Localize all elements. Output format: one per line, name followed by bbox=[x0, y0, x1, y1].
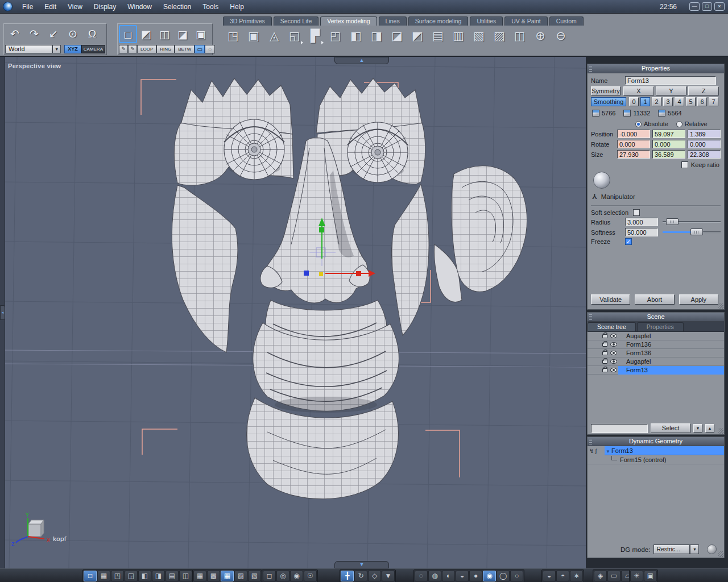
menu-item[interactable]: Tools bbox=[198, 1, 223, 13]
scene-item-row[interactable]: Augapfel bbox=[588, 357, 724, 366]
minimize-button[interactable]: — bbox=[689, 2, 700, 11]
menu-item[interactable]: Window bbox=[123, 1, 156, 13]
ribbon-tab[interactable]: Lines bbox=[379, 16, 407, 26]
bottom-collapse-handle[interactable]: ▼ bbox=[334, 561, 389, 568]
camera-mode-button[interactable]: CAMERA bbox=[81, 45, 105, 53]
smoothing-button[interactable]: Smoothing bbox=[591, 97, 626, 106]
smoothing-level-button[interactable]: 3 bbox=[663, 97, 673, 106]
panel-resize-grip[interactable] bbox=[718, 303, 723, 309]
transform-y-input[interactable] bbox=[652, 130, 685, 138]
soft-selection-checkbox[interactable] bbox=[633, 209, 640, 216]
expander-icon[interactable]: ▼ bbox=[606, 449, 610, 454]
visibility-eye-icon[interactable] bbox=[610, 342, 617, 347]
panel-resize-grip[interactable] bbox=[718, 551, 723, 557]
properties-panel-title[interactable]: Properties bbox=[588, 64, 724, 73]
dg-root-item[interactable]: ▼Form13 bbox=[605, 446, 724, 455]
close-button[interactable]: × bbox=[714, 2, 725, 11]
scene-item-row[interactable]: Form136 bbox=[588, 349, 724, 357]
softness-slider[interactable] bbox=[663, 231, 721, 233]
visibility-eye-icon[interactable] bbox=[610, 359, 617, 364]
ring-select-button[interactable]: RING bbox=[156, 45, 175, 53]
menu-item[interactable]: File bbox=[18, 1, 38, 13]
lock-icon[interactable] bbox=[602, 343, 607, 347]
transform-z-input[interactable] bbox=[688, 150, 721, 159]
visibility-eye-icon[interactable] bbox=[610, 334, 617, 338]
name-input[interactable] bbox=[625, 76, 716, 85]
action-button[interactable]: Validate bbox=[591, 294, 630, 305]
ribbon-tab[interactable]: Utilities bbox=[470, 16, 503, 26]
softness-input[interactable] bbox=[625, 228, 658, 236]
transform-z-input[interactable] bbox=[688, 130, 721, 138]
smoothing-level-button[interactable]: 7 bbox=[709, 97, 718, 106]
scene-item-name[interactable]: Form136 bbox=[618, 340, 724, 349]
transform-x-input[interactable] bbox=[617, 130, 650, 138]
dg-child-item[interactable]: Form15 (control) bbox=[620, 456, 666, 463]
absolute-radio[interactable]: Absolute bbox=[635, 120, 668, 127]
smoothing-level-button[interactable]: 5 bbox=[686, 97, 696, 106]
menu-item[interactable]: Selection bbox=[159, 1, 196, 13]
symmetry-axis-button[interactable]: Y bbox=[656, 86, 686, 95]
ribbon-tab[interactable]: Surface modeling bbox=[408, 16, 469, 26]
smoothing-level-button[interactable]: 2 bbox=[652, 97, 661, 106]
menu-item[interactable]: View bbox=[63, 1, 87, 13]
lock-icon[interactable] bbox=[602, 368, 607, 372]
dg-lightning-icon[interactable]: ↯ bbox=[589, 448, 594, 454]
symmetry-button[interactable]: Symmetry bbox=[591, 86, 621, 95]
action-button[interactable]: Apply bbox=[679, 294, 718, 305]
scene-filter-input[interactable] bbox=[591, 424, 648, 433]
lock-icon[interactable] bbox=[602, 351, 607, 355]
action-button[interactable]: Abort bbox=[635, 294, 674, 305]
radius-input[interactable] bbox=[625, 218, 658, 226]
world-space-dropdown[interactable]: World bbox=[5, 45, 52, 53]
radius-slider[interactable] bbox=[663, 221, 721, 223]
transform-y-input[interactable] bbox=[652, 140, 685, 148]
smoothing-level-button[interactable]: 0 bbox=[629, 97, 639, 106]
freeze-checkbox[interactable]: ✓ bbox=[625, 238, 632, 245]
scene-item-row[interactable]: Form13 bbox=[588, 366, 724, 375]
dg-curve-icon[interactable]: ∫ bbox=[595, 448, 597, 454]
scroll-down-icon[interactable]: ▼ bbox=[693, 424, 702, 433]
scroll-up-icon[interactable]: ▲ bbox=[705, 424, 714, 433]
dg-mode-dropdown[interactable]: Restric... bbox=[653, 544, 690, 554]
smoothing-level-button[interactable]: 4 bbox=[675, 97, 684, 106]
scene-item-name[interactable]: Form13 bbox=[618, 366, 724, 375]
scene-panel-tab[interactable]: Properties bbox=[637, 322, 684, 331]
visibility-eye-icon[interactable] bbox=[610, 368, 617, 372]
symmetry-axis-button[interactable]: X bbox=[623, 86, 654, 95]
relative-radio[interactable]: Relative bbox=[676, 120, 708, 127]
menu-item[interactable]: Help bbox=[225, 1, 249, 13]
select-button[interactable]: Select bbox=[651, 423, 690, 433]
visibility-eye-icon[interactable] bbox=[610, 351, 617, 355]
scene-item-row[interactable]: Augapfel bbox=[588, 332, 724, 340]
viewport-canvas[interactable]: Perspective view ◂ ▲ ▼ bbox=[0, 57, 586, 568]
loop-select-button[interactable]: LOOP bbox=[137, 45, 156, 53]
maximize-button[interactable]: □ bbox=[702, 2, 712, 11]
transform-x-input[interactable] bbox=[617, 150, 650, 159]
radius-slider-handle[interactable] bbox=[666, 218, 679, 225]
transform-z-input[interactable] bbox=[688, 140, 721, 148]
menu-item[interactable]: Display bbox=[89, 1, 121, 13]
symmetry-axis-button[interactable]: Z bbox=[688, 86, 719, 95]
panel-resize-grip[interactable] bbox=[718, 428, 723, 434]
transform-y-input[interactable] bbox=[652, 150, 685, 159]
ribbon-tab[interactable]: Second Life bbox=[274, 16, 318, 26]
left-collapse-handle[interactable]: ◂ bbox=[0, 305, 5, 320]
menu-item[interactable]: Edit bbox=[40, 1, 61, 13]
dg-mode-dropdown-arrow-icon[interactable]: ▼ bbox=[690, 544, 699, 554]
lock-icon[interactable] bbox=[602, 360, 607, 364]
scene-panel-tab[interactable]: Scene tree bbox=[588, 322, 636, 331]
smoothing-level-button[interactable]: 6 bbox=[697, 97, 707, 106]
scene-item-name[interactable]: Form136 bbox=[618, 349, 724, 357]
scene-item-row[interactable]: Form136 bbox=[588, 340, 724, 349]
dynamic-geometry-panel-title[interactable]: Dynamic Geometry bbox=[588, 437, 724, 446]
smoothing-level-button[interactable]: 1 bbox=[640, 97, 650, 106]
lock-icon[interactable] bbox=[602, 334, 607, 338]
scene-panel-title[interactable]: Scene bbox=[588, 313, 724, 322]
between-select-button[interactable]: BETW bbox=[175, 45, 195, 53]
scene-item-name[interactable]: Augapfel bbox=[618, 332, 724, 340]
ribbon-tab[interactable]: Vertex modeling bbox=[320, 16, 377, 26]
scene-item-name[interactable]: Augapfel bbox=[618, 357, 724, 366]
ribbon-tab[interactable]: 3D Primitives bbox=[223, 16, 272, 26]
keep-ratio-checkbox[interactable] bbox=[681, 161, 688, 168]
world-dropdown-arrow-icon[interactable]: ▼ bbox=[52, 45, 61, 53]
